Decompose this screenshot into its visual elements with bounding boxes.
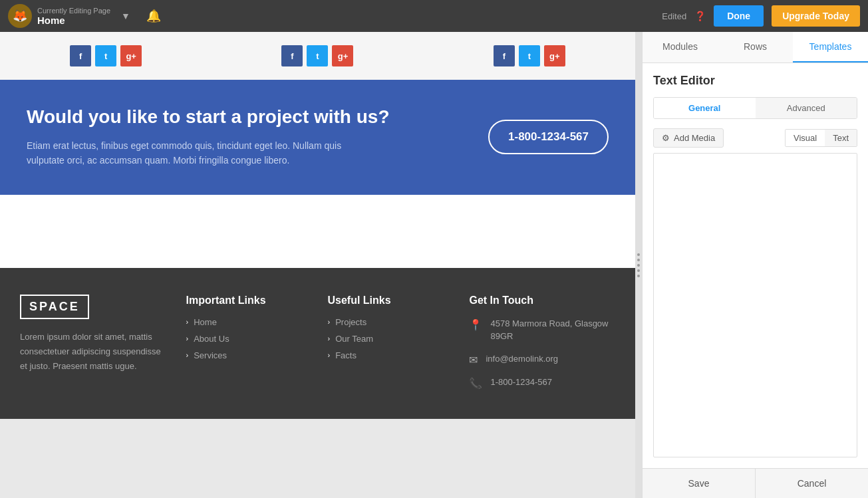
- link-label: Home: [194, 317, 217, 327]
- social-row: f t g+ f t g+ f t g+: [0, 32, 635, 80]
- list-item[interactable]: › Facts: [328, 350, 450, 360]
- help-icon[interactable]: ❓: [694, 11, 706, 21]
- link-label: Facts: [335, 350, 357, 360]
- address-text: 4578 Marmora Road, Glasgow 89GR: [490, 317, 615, 343]
- twitter-button-3[interactable]: t: [519, 45, 540, 66]
- list-item[interactable]: › Home: [186, 317, 308, 327]
- contact-email: ✉ info@demolink.org: [469, 352, 615, 366]
- page-dropdown-icon[interactable]: ▼: [121, 11, 130, 21]
- sidebar-content: Text Editor General Advanced ⚙ Add Media…: [643, 63, 868, 468]
- cancel-button[interactable]: Cancel: [756, 469, 868, 498]
- visual-button[interactable]: Visual: [786, 130, 825, 146]
- cta-body: Etiam erat lectus, finibus eget commodo …: [27, 138, 359, 168]
- top-bar: 🦊 Currently Editing Page Home ▼ 🔔 Edited…: [0, 0, 868, 32]
- drag-dot: [637, 259, 640, 261]
- sidebar-footer: Save Cancel: [643, 468, 868, 498]
- footer-brand: SPACE Lorem ipsum dolor sit amet, mattis…: [20, 295, 166, 399]
- canvas: f t g+ f t g+ f t g+ Would you like to s…: [0, 32, 635, 498]
- cta-text: Would you like to start a project with u…: [27, 106, 390, 168]
- contact-title: Get In Touch: [469, 295, 615, 307]
- cta-heading: Would you like to start a project with u…: [27, 106, 390, 128]
- drag-dot: [637, 275, 640, 277]
- link-label: Services: [194, 350, 227, 360]
- top-bar-right: Edited ❓ Done Upgrade Today: [662, 5, 860, 27]
- list-item[interactable]: › Services: [186, 350, 308, 360]
- drag-dot: [637, 264, 640, 267]
- drag-dot: [637, 269, 640, 272]
- upgrade-button[interactable]: Upgrade Today: [772, 5, 860, 27]
- googleplus-button-3[interactable]: g+: [544, 45, 565, 66]
- cta-section: Would you like to start a project with u…: [0, 80, 635, 195]
- footer-tagline: Lorem ipsum dolor sit amet, mattis conse…: [20, 330, 166, 374]
- tab-rows[interactable]: Rows: [718, 32, 793, 62]
- footer-grid: SPACE Lorem ipsum dolor sit amet, mattis…: [20, 295, 615, 399]
- phone-text: 1-800-1234-567: [490, 376, 552, 389]
- link-label: Our Team: [335, 334, 373, 344]
- save-button[interactable]: Save: [643, 469, 756, 498]
- main-layout: f t g+ f t g+ f t g+ Would you like to s…: [0, 32, 868, 498]
- editor-toolbar: ⚙ Add Media Visual Text: [653, 128, 857, 148]
- add-media-label: Add Media: [674, 133, 715, 143]
- footer-logo: SPACE: [20, 295, 89, 319]
- facebook-button-2[interactable]: f: [281, 45, 303, 66]
- googleplus-button-1[interactable]: g+: [120, 45, 142, 66]
- phone-icon: 📞: [469, 377, 482, 390]
- social-group-1: f t g+: [70, 45, 142, 66]
- subtab-advanced[interactable]: Advanced: [756, 98, 857, 118]
- twitter-button-1[interactable]: t: [95, 45, 116, 66]
- editor-subtabs: General Advanced: [653, 97, 857, 119]
- chevron-right-icon: ›: [186, 318, 189, 326]
- list-item[interactable]: › Projects: [328, 317, 450, 327]
- chevron-right-icon: ›: [328, 318, 331, 326]
- add-media-button[interactable]: ⚙ Add Media: [653, 128, 724, 148]
- social-group-2: f t g+: [281, 45, 353, 66]
- edited-label: Edited: [662, 11, 686, 21]
- link-label: About Us: [194, 334, 229, 344]
- avatar: 🦊: [8, 4, 32, 28]
- important-links-list: › Home › About Us › Services: [186, 317, 308, 360]
- done-button[interactable]: Done: [714, 5, 764, 27]
- link-label: Projects: [335, 317, 366, 327]
- list-item[interactable]: › Our Team: [328, 334, 450, 344]
- twitter-button-2[interactable]: t: [307, 45, 328, 66]
- sidebar-panel: Modules Rows Templates Text Editor Gener…: [642, 32, 868, 498]
- tab-modules[interactable]: Modules: [643, 32, 718, 62]
- bell-icon[interactable]: 🔔: [146, 9, 161, 23]
- footer-contact: Get In Touch 📍 4578 Marmora Road, Glasgo…: [469, 295, 615, 399]
- email-text: info@demolink.org: [486, 352, 558, 366]
- text-button[interactable]: Text: [825, 130, 857, 146]
- sidebar-tabs: Modules Rows Templates: [643, 32, 868, 63]
- chevron-right-icon: ›: [328, 334, 331, 342]
- footer: SPACE Lorem ipsum dolor sit amet, mattis…: [0, 268, 635, 419]
- footer-useful-links: Useful Links › Projects › Our Team › Fac: [328, 295, 450, 399]
- page-name: Home: [37, 15, 110, 26]
- chevron-right-icon: ›: [186, 351, 189, 359]
- location-icon: 📍: [469, 318, 482, 331]
- tab-templates[interactable]: Templates: [793, 32, 868, 62]
- facebook-button-1[interactable]: f: [70, 45, 91, 66]
- email-icon: ✉: [469, 354, 478, 366]
- useful-links-title: Useful Links: [328, 295, 450, 307]
- page-info: Currently Editing Page Home: [37, 7, 110, 26]
- spacer-section: [0, 195, 635, 268]
- social-group-3: f t g+: [494, 45, 565, 66]
- visual-text-toggle: Visual Text: [785, 129, 857, 147]
- important-links-title: Important Links: [186, 295, 308, 307]
- list-item[interactable]: › About Us: [186, 334, 308, 344]
- googleplus-button-2[interactable]: g+: [332, 45, 353, 66]
- useful-links-list: › Projects › Our Team › Facts: [328, 317, 450, 360]
- contact-phone: 📞 1-800-1234-567: [469, 376, 615, 390]
- editing-label: Currently Editing Page: [37, 7, 110, 15]
- subtab-general[interactable]: General: [654, 98, 756, 118]
- add-media-icon: ⚙: [662, 133, 670, 143]
- chevron-right-icon: ›: [328, 351, 331, 359]
- cta-phone-button[interactable]: 1-800-1234-567: [488, 120, 609, 154]
- contact-address: 📍 4578 Marmora Road, Glasgow 89GR: [469, 317, 615, 343]
- footer-important-links: Important Links › Home › About Us › Serv: [186, 295, 308, 399]
- drag-handle[interactable]: [635, 32, 642, 498]
- text-editor-area[interactable]: [653, 153, 857, 457]
- chevron-right-icon: ›: [186, 334, 189, 342]
- drag-dot: [637, 253, 640, 256]
- top-bar-left: 🦊 Currently Editing Page Home ▼ 🔔: [8, 4, 662, 28]
- facebook-button-3[interactable]: f: [494, 45, 515, 66]
